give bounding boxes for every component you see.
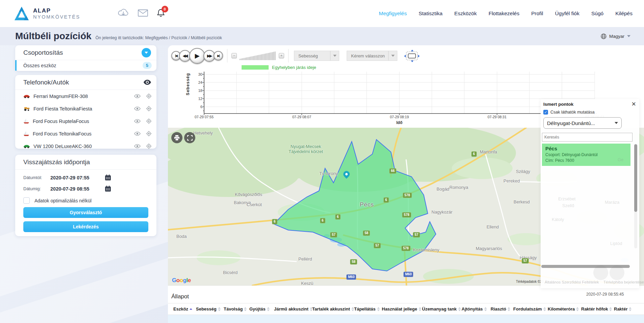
column-header[interactable]: Üzemanyag tank [422,306,461,312]
speed-increase-button[interactable]: + [279,53,284,58]
google-letter: g [183,277,187,283]
nav-sugo[interactable]: Súgó [591,10,603,17]
fullscreen-map-button[interactable] [184,132,195,143]
speed-metric-value: Sebesség [294,53,330,58]
device-name: Ford Focus RuptelaFocus [33,119,89,124]
language-selector[interactable]: Magyar [601,33,630,39]
visibility-eye-icon[interactable] [134,94,141,98]
visible-only-label: Csak láthatók mutatása [550,110,595,115]
app-root: ALAP NYOMKÖVETÉS [0,0,644,323]
column-header[interactable]: Tartalék akkuszint [312,306,354,312]
visibility-eye-icon[interactable] [134,131,141,136]
calendar-icon[interactable] [105,185,111,192]
nav-profil[interactable]: Profil [531,10,543,17]
nav-ugyfel-fiok[interactable]: Ügyfél fiók [555,10,579,17]
device-row[interactable]: Ford Focus TeltonikaFocus [15,127,156,140]
column-header[interactable]: Raktér [614,306,631,312]
locate-crosshair-icon[interactable] [146,131,152,136]
device-choose-select[interactable]: Kérem válasszon [347,51,397,61]
column-header[interactable]: Távolság [224,306,247,312]
google-logo[interactable]: Google [172,277,191,284]
device-row[interactable]: Ford Fiesta TeltonikaFiesta [15,102,156,115]
column-header[interactable]: Gyújtás [249,306,270,312]
quick-select-button[interactable]: Gyorsválasztó [23,207,148,218]
column-label: Tartalék akkuszint [312,306,350,312]
column-header[interactable]: Tápellátás [354,306,380,312]
known-point-result-card[interactable]: Pécs Csoport: Délnyugat-Dunántúl Cím: Pé… [542,144,630,166]
visibility-eye-icon[interactable] [134,119,141,123]
app-logo[interactable]: ALAP NYOMKÖVETÉS [14,6,80,21]
road-badge: 57 [522,258,529,264]
notification-count-badge: 0 [162,6,168,13]
device-choose-value: Kérem válasszon [347,53,388,58]
globe-icon [601,33,606,39]
nav-kilepes[interactable]: Kilépés [615,10,633,17]
nav-megfigyeles[interactable]: Megfigyelés [379,10,407,17]
road-badge: 6 [471,151,477,157]
column-label: Eszköz [173,306,188,312]
device-row[interactable]: VW 1200 DeLuxeAKC-360 [15,140,156,152]
locate-crosshair-icon[interactable] [146,118,152,124]
date-to-value[interactable]: 2020-07-29 08:55 [50,186,89,192]
motorway-badge: M60 [403,272,413,277]
group-filter-select[interactable]: Délnyugat-Dunántú... [543,117,622,129]
nav-eszkozok[interactable]: Eszközök [454,10,477,17]
fit-to-screen-icon[interactable] [406,52,418,60]
visible-only-checkbox-row[interactable]: ✓ Csak láthatók mutatása [543,110,595,115]
close-icon[interactable]: × [631,100,636,108]
scrollbar-thumb[interactable] [634,144,637,212]
report-map-error-link[interactable]: Térképhiba bejelentése [603,280,644,284]
locate-crosshair-icon[interactable] [146,93,152,99]
column-header[interactable]: Eszköz [173,306,192,312]
group-item-all-devices[interactable]: Összes eszköz 5 [15,60,156,71]
query-button[interactable]: Lekérdezés [23,221,148,232]
column-header[interactable]: Jármű akkuszint [274,306,313,312]
column-header[interactable]: Raktér hőfok [581,306,612,312]
locate-crosshair-icon[interactable] [146,143,152,149]
map-label: Pécs [360,201,374,208]
column-header[interactable]: Fordulatszám [513,306,546,312]
ghost-map-label: Szellő [562,203,574,208]
checkbox-unchecked[interactable] [23,197,30,204]
print-map-button[interactable] [171,132,182,143]
nav-flottakezeles[interactable]: Flottakezelés [489,10,519,17]
calendar-icon[interactable] [105,174,111,181]
x-tick: 07-29 08:19 [379,115,420,119]
playback-speed-slider[interactable] [240,51,276,60]
nav-statisztika[interactable]: Statisztika [419,10,443,17]
visibility-eye-icon[interactable] [134,144,141,148]
device-row[interactable]: Ford Focus RuptelaFocus [15,115,156,127]
notifications-bell-icon[interactable]: 0 [157,8,165,19]
mail-icon[interactable] [138,9,148,18]
locate-crosshair-icon[interactable] [146,106,152,111]
skip-to-end-button[interactable]: ▶| [214,51,223,60]
speed-decrease-button[interactable]: − [231,53,237,58]
location-button-ghost[interactable] [610,265,624,280]
terms-link[interactable]: Általános Szerződési Feltételek [545,280,599,284]
column-header[interactable]: Riasztó [491,306,510,312]
visibility-eye-icon[interactable] [134,106,141,111]
speed-metric-select[interactable]: Sebesség [294,51,339,61]
column-header[interactable]: Használat jellege [382,306,421,312]
road-badge: 6 [335,214,341,220]
divider [288,49,289,63]
sort-icon [543,307,546,311]
date-from-value[interactable]: 2020-07-29 07:55 [50,175,89,180]
search-input[interactable] [542,133,633,142]
chart-y-axis-label: Sebesség [185,66,190,103]
device-row[interactable]: Ferrari MagnumFER-308 [15,90,156,102]
collapse-button[interactable] [142,48,151,57]
checkbox-checked[interactable]: ✓ [543,110,548,115]
ghost-map-label: Erzsébet [558,196,575,201]
layers-button-ghost[interactable] [593,265,608,280]
map-label: Magyarsarlós [476,246,502,251]
cloud-download-icon[interactable] [118,8,129,19]
column-header[interactable]: Kilométeróra [548,306,579,312]
vertical-scrollbar[interactable] [634,144,637,248]
toggle-all-visibility-eye-icon[interactable] [144,80,151,85]
column-header[interactable]: Ajtónyitás [462,306,487,312]
play-button[interactable]: ▶ [189,48,205,64]
main-navigation: Megfigyelés Statisztika Eszközök Flottak… [379,10,633,17]
optimize-checkbox-row[interactable]: Adatok optimalizálás nélkül [15,197,156,204]
column-header[interactable]: Sebesség [196,306,221,312]
